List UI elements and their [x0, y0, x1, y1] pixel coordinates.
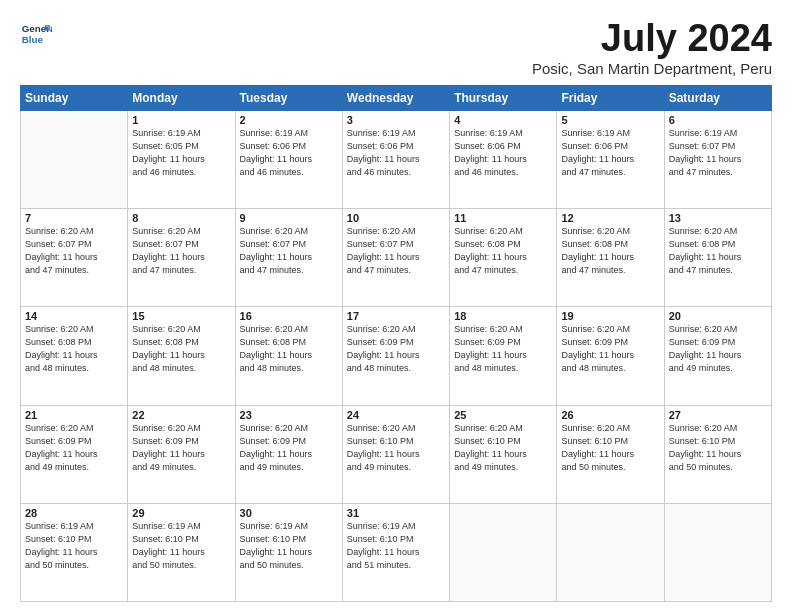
day-cell: 20Sunrise: 6:20 AM Sunset: 6:09 PM Dayli…: [664, 307, 771, 405]
day-cell: 17Sunrise: 6:20 AM Sunset: 6:09 PM Dayli…: [342, 307, 449, 405]
day-cell: 3Sunrise: 6:19 AM Sunset: 6:06 PM Daylig…: [342, 110, 449, 208]
day-cell: 18Sunrise: 6:20 AM Sunset: 6:09 PM Dayli…: [450, 307, 557, 405]
day-info: Sunrise: 6:20 AM Sunset: 6:09 PM Dayligh…: [25, 422, 123, 474]
day-number: 21: [25, 409, 123, 421]
col-header-saturday: Saturday: [664, 85, 771, 110]
day-number: 29: [132, 507, 230, 519]
day-info: Sunrise: 6:19 AM Sunset: 6:10 PM Dayligh…: [132, 520, 230, 572]
day-info: Sunrise: 6:19 AM Sunset: 6:05 PM Dayligh…: [132, 127, 230, 179]
day-cell: 23Sunrise: 6:20 AM Sunset: 6:09 PM Dayli…: [235, 405, 342, 503]
day-info: Sunrise: 6:19 AM Sunset: 6:07 PM Dayligh…: [669, 127, 767, 179]
day-cell: 25Sunrise: 6:20 AM Sunset: 6:10 PM Dayli…: [450, 405, 557, 503]
header-row: SundayMondayTuesdayWednesdayThursdayFrid…: [21, 85, 772, 110]
day-info: Sunrise: 6:20 AM Sunset: 6:07 PM Dayligh…: [25, 225, 123, 277]
day-cell: 16Sunrise: 6:20 AM Sunset: 6:08 PM Dayli…: [235, 307, 342, 405]
day-info: Sunrise: 6:20 AM Sunset: 6:09 PM Dayligh…: [669, 323, 767, 375]
day-cell: [557, 503, 664, 601]
day-number: 30: [240, 507, 338, 519]
day-info: Sunrise: 6:20 AM Sunset: 6:08 PM Dayligh…: [454, 225, 552, 277]
svg-text:Blue: Blue: [22, 34, 44, 45]
day-number: 8: [132, 212, 230, 224]
day-number: 12: [561, 212, 659, 224]
day-number: 26: [561, 409, 659, 421]
day-number: 20: [669, 310, 767, 322]
day-cell: 21Sunrise: 6:20 AM Sunset: 6:09 PM Dayli…: [21, 405, 128, 503]
day-number: 3: [347, 114, 445, 126]
calendar-table: SundayMondayTuesdayWednesdayThursdayFrid…: [20, 85, 772, 602]
day-cell: 11Sunrise: 6:20 AM Sunset: 6:08 PM Dayli…: [450, 209, 557, 307]
day-info: Sunrise: 6:20 AM Sunset: 6:09 PM Dayligh…: [132, 422, 230, 474]
day-cell: 10Sunrise: 6:20 AM Sunset: 6:07 PM Dayli…: [342, 209, 449, 307]
day-cell: [664, 503, 771, 601]
day-number: 27: [669, 409, 767, 421]
day-cell: 12Sunrise: 6:20 AM Sunset: 6:08 PM Dayli…: [557, 209, 664, 307]
day-info: Sunrise: 6:19 AM Sunset: 6:06 PM Dayligh…: [561, 127, 659, 179]
day-number: 10: [347, 212, 445, 224]
day-number: 22: [132, 409, 230, 421]
day-number: 9: [240, 212, 338, 224]
day-cell: [450, 503, 557, 601]
day-cell: 26Sunrise: 6:20 AM Sunset: 6:10 PM Dayli…: [557, 405, 664, 503]
day-cell: [21, 110, 128, 208]
day-info: Sunrise: 6:20 AM Sunset: 6:08 PM Dayligh…: [669, 225, 767, 277]
day-info: Sunrise: 6:20 AM Sunset: 6:10 PM Dayligh…: [347, 422, 445, 474]
day-info: Sunrise: 6:20 AM Sunset: 6:09 PM Dayligh…: [454, 323, 552, 375]
day-number: 25: [454, 409, 552, 421]
day-info: Sunrise: 6:20 AM Sunset: 6:08 PM Dayligh…: [25, 323, 123, 375]
page: General Blue July 2024 Posic, San Martin…: [0, 0, 792, 612]
col-header-thursday: Thursday: [450, 85, 557, 110]
day-number: 18: [454, 310, 552, 322]
day-number: 4: [454, 114, 552, 126]
day-info: Sunrise: 6:20 AM Sunset: 6:07 PM Dayligh…: [132, 225, 230, 277]
day-info: Sunrise: 6:19 AM Sunset: 6:06 PM Dayligh…: [347, 127, 445, 179]
main-title: July 2024: [532, 18, 772, 60]
day-cell: 2Sunrise: 6:19 AM Sunset: 6:06 PM Daylig…: [235, 110, 342, 208]
col-header-wednesday: Wednesday: [342, 85, 449, 110]
day-number: 31: [347, 507, 445, 519]
day-number: 5: [561, 114, 659, 126]
week-row-5: 28Sunrise: 6:19 AM Sunset: 6:10 PM Dayli…: [21, 503, 772, 601]
day-cell: 19Sunrise: 6:20 AM Sunset: 6:09 PM Dayli…: [557, 307, 664, 405]
day-number: 17: [347, 310, 445, 322]
week-row-1: 1Sunrise: 6:19 AM Sunset: 6:05 PM Daylig…: [21, 110, 772, 208]
day-cell: 6Sunrise: 6:19 AM Sunset: 6:07 PM Daylig…: [664, 110, 771, 208]
day-info: Sunrise: 6:20 AM Sunset: 6:08 PM Dayligh…: [240, 323, 338, 375]
subtitle: Posic, San Martin Department, Peru: [532, 60, 772, 77]
day-cell: 31Sunrise: 6:19 AM Sunset: 6:10 PM Dayli…: [342, 503, 449, 601]
day-info: Sunrise: 6:20 AM Sunset: 6:08 PM Dayligh…: [561, 225, 659, 277]
day-info: Sunrise: 6:20 AM Sunset: 6:07 PM Dayligh…: [347, 225, 445, 277]
day-number: 23: [240, 409, 338, 421]
day-info: Sunrise: 6:19 AM Sunset: 6:10 PM Dayligh…: [347, 520, 445, 572]
day-number: 6: [669, 114, 767, 126]
day-cell: 28Sunrise: 6:19 AM Sunset: 6:10 PM Dayli…: [21, 503, 128, 601]
day-cell: 5Sunrise: 6:19 AM Sunset: 6:06 PM Daylig…: [557, 110, 664, 208]
day-number: 14: [25, 310, 123, 322]
day-cell: 9Sunrise: 6:20 AM Sunset: 6:07 PM Daylig…: [235, 209, 342, 307]
day-info: Sunrise: 6:20 AM Sunset: 6:10 PM Dayligh…: [561, 422, 659, 474]
col-header-monday: Monday: [128, 85, 235, 110]
header: General Blue July 2024 Posic, San Martin…: [20, 18, 772, 77]
day-cell: 30Sunrise: 6:19 AM Sunset: 6:10 PM Dayli…: [235, 503, 342, 601]
day-info: Sunrise: 6:20 AM Sunset: 6:08 PM Dayligh…: [132, 323, 230, 375]
day-info: Sunrise: 6:20 AM Sunset: 6:10 PM Dayligh…: [669, 422, 767, 474]
day-cell: 1Sunrise: 6:19 AM Sunset: 6:05 PM Daylig…: [128, 110, 235, 208]
day-info: Sunrise: 6:20 AM Sunset: 6:09 PM Dayligh…: [347, 323, 445, 375]
col-header-sunday: Sunday: [21, 85, 128, 110]
day-cell: 8Sunrise: 6:20 AM Sunset: 6:07 PM Daylig…: [128, 209, 235, 307]
col-header-tuesday: Tuesday: [235, 85, 342, 110]
day-number: 15: [132, 310, 230, 322]
day-number: 16: [240, 310, 338, 322]
day-number: 28: [25, 507, 123, 519]
day-number: 19: [561, 310, 659, 322]
day-cell: 15Sunrise: 6:20 AM Sunset: 6:08 PM Dayli…: [128, 307, 235, 405]
day-info: Sunrise: 6:19 AM Sunset: 6:10 PM Dayligh…: [25, 520, 123, 572]
week-row-4: 21Sunrise: 6:20 AM Sunset: 6:09 PM Dayli…: [21, 405, 772, 503]
day-cell: 22Sunrise: 6:20 AM Sunset: 6:09 PM Dayli…: [128, 405, 235, 503]
day-info: Sunrise: 6:19 AM Sunset: 6:06 PM Dayligh…: [240, 127, 338, 179]
day-cell: 7Sunrise: 6:20 AM Sunset: 6:07 PM Daylig…: [21, 209, 128, 307]
day-cell: 13Sunrise: 6:20 AM Sunset: 6:08 PM Dayli…: [664, 209, 771, 307]
week-row-2: 7Sunrise: 6:20 AM Sunset: 6:07 PM Daylig…: [21, 209, 772, 307]
logo: General Blue: [20, 18, 52, 50]
day-info: Sunrise: 6:19 AM Sunset: 6:06 PM Dayligh…: [454, 127, 552, 179]
day-info: Sunrise: 6:20 AM Sunset: 6:10 PM Dayligh…: [454, 422, 552, 474]
